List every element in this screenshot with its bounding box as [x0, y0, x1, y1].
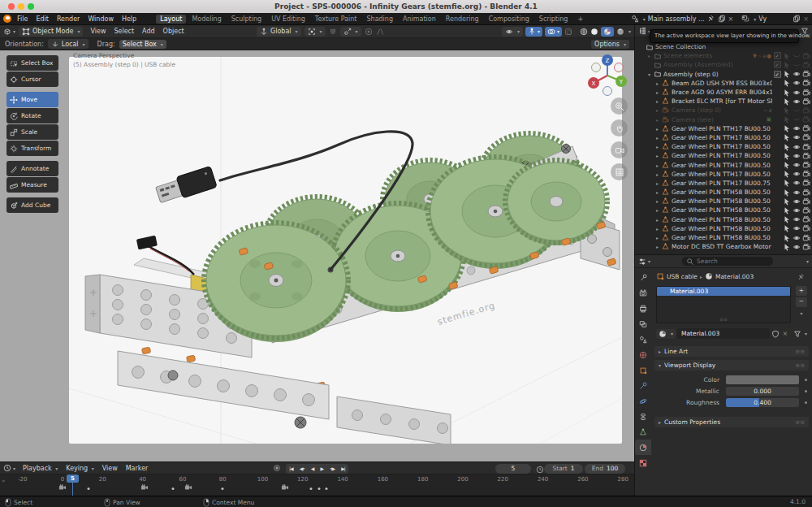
render-camera-icon[interactable]	[801, 161, 811, 169]
perspective-toggle-button[interactable]	[611, 163, 628, 180]
orientation-value-dropdown[interactable]: Local▾	[48, 39, 89, 49]
outliner-row[interactable]: ▸ Gear Wheel PLN TTH17 BU00.50 SFT-S	[635, 151, 812, 160]
properties-tab-texture[interactable]	[635, 455, 651, 470]
properties-options-icon[interactable]: ▾	[806, 258, 809, 264]
outliner-row[interactable]: ▸ Gear Wheel PLN TTH58 BU00.50 SFT-S	[635, 224, 812, 233]
pan-hand-button[interactable]	[611, 119, 628, 136]
render-camera-icon[interactable]	[801, 152, 811, 160]
selectable-arrow-icon[interactable]	[782, 206, 792, 214]
expand-icon[interactable]: ▸	[654, 180, 661, 186]
render-camera-icon[interactable]	[801, 234, 811, 242]
current-frame-field[interactable]: 5	[495, 464, 531, 474]
fake-user-shield-icon[interactable]	[771, 330, 780, 338]
drag-value-dropdown[interactable]: Select Box▾	[119, 40, 166, 49]
render-camera-icon[interactable]	[801, 115, 811, 124]
timeline-menu-marker[interactable]: Marker	[122, 465, 153, 472]
proportional-editing-icon[interactable]	[365, 28, 373, 36]
camera-marker-icon[interactable]	[281, 484, 288, 490]
keyframe-dot[interactable]	[171, 488, 174, 490]
previous-keyframe-button[interactable]: ◀•	[296, 466, 308, 471]
remove-view-layer-icon[interactable]: ×	[803, 15, 809, 23]
expand-icon[interactable]: ▸	[654, 153, 661, 158]
workspace-tab-shading[interactable]: Shading	[362, 15, 397, 24]
keyframe-dot[interactable]	[317, 488, 320, 490]
workspace-tab-layout[interactable]: Layout	[156, 15, 186, 24]
render-camera-icon[interactable]	[801, 197, 811, 206]
properties-tab-physics[interactable]	[635, 393, 651, 409]
front-lower-beam[interactable]	[118, 351, 329, 419]
workspace-tab-scripting[interactable]: Scripting	[535, 15, 572, 24]
selectable-arrow-icon[interactable]	[782, 215, 792, 223]
expand-icon[interactable]: ▸	[654, 171, 661, 177]
view-layer-icon[interactable]	[741, 15, 749, 23]
color-animate-dot[interactable]	[805, 379, 807, 381]
eye-open-icon[interactable]	[792, 197, 801, 206]
expand-icon[interactable]: ▸	[654, 217, 661, 223]
play-button[interactable]: ▶	[317, 466, 326, 471]
material-slot-selected[interactable]: Material.003	[657, 287, 790, 296]
outliner-row[interactable]: ▸ Gear Wheel PLN TTH17 BU00.50 SFT-S	[635, 124, 812, 133]
pin-id-icon[interactable]	[797, 273, 806, 281]
editor-type-outliner-icon[interactable]	[638, 27, 646, 35]
menu-file[interactable]: File	[13, 15, 32, 23]
outliner-row[interactable]: ▸ Gear Wheel PLN TTH58 BU00.50 SFT-S	[635, 206, 812, 214]
camera-marker-icon[interactable]	[59, 484, 67, 490]
render-camera-icon[interactable]	[801, 98, 811, 106]
render-camera-icon[interactable]	[801, 143, 811, 151]
properties-search-input[interactable]: Search	[682, 257, 773, 266]
viewport-menu-select[interactable]: Select	[110, 28, 138, 35]
options-button[interactable]: Options▾	[591, 40, 629, 49]
snap-magnet-icon[interactable]	[329, 28, 337, 36]
add-slot-button[interactable]: +	[796, 286, 807, 296]
tool-select-box[interactable]: Select Box	[6, 55, 58, 71]
render-camera-icon[interactable]	[801, 89, 811, 97]
outliner-row[interactable]: Assembly (Assembled) ✓	[635, 60, 812, 69]
eye-open-icon[interactable]	[792, 133, 801, 141]
render-camera-icon[interactable]	[801, 79, 811, 87]
shading-solid-icon[interactable]	[590, 28, 598, 36]
selectable-arrow-icon[interactable]	[782, 98, 792, 106]
panel-custom-properties[interactable]: ▸Custom Properties≡≡	[654, 417, 809, 427]
collection-checkbox[interactable]: ✓	[772, 52, 782, 59]
viewport[interactable]: stemfie.org	[0, 50, 634, 462]
expand-icon[interactable]: ▸	[654, 244, 661, 249]
new-scene-icon[interactable]	[718, 15, 726, 23]
selectable-arrow-icon[interactable]	[782, 243, 792, 251]
scene-name[interactable]: Main assembly ...	[648, 15, 705, 23]
eye-open-icon[interactable]	[792, 206, 801, 214]
view-layer-name[interactable]: Vy	[758, 15, 767, 23]
tool-move[interactable]: Move	[6, 92, 58, 107]
proportional-falloff-icon[interactable]	[376, 28, 384, 36]
tool-scale[interactable]: Scale	[6, 124, 58, 140]
camera-view-button[interactable]	[611, 141, 628, 158]
viewport-menu-object[interactable]: Object	[159, 28, 188, 35]
zoom-window-button[interactable]	[28, 3, 34, 10]
add-workspace-button[interactable]: +	[573, 15, 587, 24]
roughness-slider[interactable]: 0.400	[726, 398, 799, 407]
expand-icon[interactable]: ▸	[654, 117, 661, 123]
expand-icon[interactable]: ▸	[654, 107, 661, 113]
timeline-ruler[interactable]: » 5 -20020406080100120140160180200220240…	[0, 474, 634, 496]
show-visibility-dropdown[interactable]: ▾	[502, 27, 523, 37]
selectable-arrow-icon[interactable]	[782, 188, 792, 197]
front-lower-beam-2[interactable]	[337, 396, 451, 444]
selectable-arrow-icon[interactable]	[782, 124, 792, 132]
shading-rendered-icon[interactable]	[616, 28, 624, 36]
eye-closed-icon[interactable]	[792, 52, 801, 60]
menu-help[interactable]: Help	[118, 15, 140, 23]
timeline-menu-keying[interactable]: Keying ▾	[62, 465, 97, 472]
render-camera-icon[interactable]	[801, 188, 811, 197]
selectable-arrow-icon[interactable]	[782, 79, 792, 87]
properties-tab-output[interactable]	[635, 301, 651, 316]
eye-open-icon[interactable]	[792, 70, 801, 78]
tool-rotate[interactable]: Rotate	[6, 108, 58, 124]
outliner-row[interactable]: ▸ Gear Wheel PLN TTH17 BU00.50 SFT-S	[635, 170, 812, 179]
properties-tab-view-layer[interactable]	[635, 316, 651, 332]
close-window-button[interactable]	[8, 3, 15, 10]
selectable-arrow-icon[interactable]	[782, 170, 792, 178]
viewport-menu-add[interactable]: Add	[138, 28, 159, 35]
tool-transform[interactable]: Transform	[6, 141, 58, 156]
blender-logo-icon[interactable]	[3, 15, 11, 23]
eye-open-icon[interactable]	[792, 215, 801, 223]
editor-type-properties-icon[interactable]	[638, 258, 646, 266]
